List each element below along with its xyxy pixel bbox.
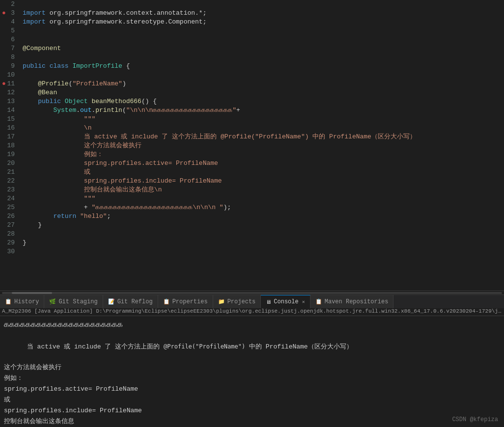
code-line: 18 这个方法就会被执行 — [0, 141, 504, 150]
code-line: 20 spring.profiles.active= ProfileName — [0, 159, 504, 168]
line-number-breakpoint: 3 — [0, 9, 19, 18]
tab-console-label: Console — [274, 298, 298, 305]
tab-console[interactable]: 🖥 Console ✕ — [261, 295, 310, 308]
code-line: 12 @Bean — [0, 88, 504, 97]
line-content: 或 — [19, 168, 504, 177]
line-content: public Object beanMethod666() { — [19, 97, 504, 106]
horizontal-scrollbar[interactable] — [0, 291, 504, 294]
line-content: """ — [19, 194, 504, 203]
code-line: 6 — [0, 35, 504, 44]
line-content: System.out.println("\n\n\nகககககககககககககக… — [19, 106, 504, 115]
projects-icon: 📁 — [218, 298, 225, 305]
line-number: 16 — [0, 124, 19, 133]
tab-properties[interactable]: 📋 Properties — [158, 295, 213, 308]
line-content: public class ImportProfile { — [19, 62, 504, 71]
console-line-5: 或 — [4, 395, 500, 405]
git-reflog-icon: 📝 — [108, 298, 115, 305]
code-line: 10 — [0, 71, 504, 80]
code-line: 7 @Component — [0, 44, 504, 53]
tab-history[interactable]: 📋 History — [0, 295, 44, 308]
console-profile-ref: @Profile("ProfileName") — [164, 343, 245, 350]
line-number: 6 — [0, 35, 19, 44]
maven-icon: 📋 — [315, 298, 322, 305]
console-line-2: 这个方法就会被执行 — [4, 363, 500, 373]
console-text-suffix: 中的 ProfileName（区分大小写） — [245, 343, 352, 350]
line-number: 26 — [0, 212, 19, 221]
path-bar: A_M2p2306 [Java Application] D:\Programm… — [0, 308, 504, 316]
code-line: 17 当 active 或 include 了 这个方法上面的 @Profile… — [0, 133, 504, 141]
code-line: 30 — [0, 247, 504, 256]
line-number: 14 — [0, 106, 19, 115]
line-number: 15 — [0, 115, 19, 124]
line-number: 25 — [0, 203, 19, 212]
tab-git-reflog[interactable]: 📝 Git Reflog — [103, 295, 158, 308]
line-number: 21 — [0, 168, 19, 177]
line-content: 例如： — [19, 150, 504, 159]
line-content: return "hello"; — [19, 212, 504, 221]
line-number: 19 — [0, 150, 19, 159]
line-number: 10 — [0, 71, 19, 80]
tab-bar: 📋 History 🌿 Git Staging 📝 Git Reflog 📋 P… — [0, 294, 504, 308]
line-number: 29 — [0, 239, 19, 247]
console-line-7: 控制台就会输出这条信息 — [4, 417, 500, 427]
line-number: 23 — [0, 186, 19, 194]
line-content: spring.profiles.active= ProfileName — [19, 159, 504, 168]
console-icon: 🖥 — [266, 299, 271, 305]
code-line: 2 — [0, 0, 504, 9]
code-line: 22 spring.profiles.include= ProfileName — [0, 177, 504, 186]
code-line: 4 import org.springframework.stereotype.… — [0, 18, 504, 27]
tab-git-reflog-label: Git Reflog — [117, 298, 153, 305]
line-number: 8 — [0, 53, 19, 62]
path-text: A_M2p2306 [Java Application] D:\Programm… — [2, 308, 504, 314]
console-special-chars-top: கககககககககககககககககககககக — [4, 319, 500, 331]
console-line-3: 例如： — [4, 374, 500, 383]
csdn-watermark: CSDN @kfepiza — [452, 416, 498, 423]
code-line: 11 @Profile("ProfileName") — [0, 80, 504, 88]
scrollbar-thumb[interactable] — [12, 292, 52, 294]
code-line: 16 \n — [0, 124, 504, 133]
line-content: import org.springframework.stereotype.Co… — [19, 18, 504, 27]
scrollbar-track[interactable] — [2, 292, 502, 294]
code-line: 28 — [0, 230, 504, 239]
console-text-prefix: 当 active 或 include 了 这个方法上面的 — [27, 343, 164, 350]
tab-properties-label: Properties — [172, 298, 208, 305]
line-content: } — [19, 221, 504, 230]
line-content: @Profile("ProfileName") — [19, 80, 504, 88]
line-content: 控制台就会输出这条信息\n — [19, 186, 504, 194]
console-line-6: spring.profiles.include= ProfileName — [4, 406, 500, 416]
line-content: 这个方法就会被执行 — [19, 141, 504, 150]
code-line: 3 import org.springframework.context.ann… — [0, 9, 504, 18]
line-number: 12 — [0, 88, 19, 97]
line-number: 13 — [0, 97, 19, 106]
tab-git-staging[interactable]: 🌿 Git Staging — [44, 295, 103, 308]
line-number: 30 — [0, 247, 19, 256]
line-content: } — [19, 239, 504, 247]
line-number: 28 — [0, 230, 19, 239]
line-number: 24 — [0, 194, 19, 203]
line-number: 22 — [0, 177, 19, 186]
code-line: 21 或 — [0, 168, 504, 177]
tab-history-label: History — [14, 298, 39, 305]
console-line-4: spring.profiles.active= ProfileName — [4, 384, 500, 394]
code-line: 5 — [0, 27, 504, 35]
code-line: 25 + "கககககககககககககககககககககக\n\n\n "); — [0, 203, 504, 212]
code-line: 29 } — [0, 239, 504, 247]
line-content: """ — [19, 115, 504, 124]
tab-maven-label: Maven Repositories — [325, 298, 389, 305]
line-content: import org.springframework.context.annot… — [19, 9, 504, 18]
console-line-1: 当 active 或 include 了 这个方法上面的 @Profile("P… — [4, 332, 500, 362]
properties-icon: 📋 — [163, 298, 170, 305]
line-number: 4 — [0, 18, 19, 27]
code-line: 15 """ — [0, 115, 504, 124]
tab-projects[interactable]: 📁 Projects — [213, 295, 261, 308]
git-staging-icon: 🌿 — [49, 298, 56, 305]
tab-maven-repositories[interactable]: 📋 Maven Repositories — [310, 295, 394, 308]
code-line: 27 } — [0, 221, 504, 230]
console-close-button[interactable]: ✕ — [302, 299, 305, 305]
console-area: கககககககககககககககககககககக 当 active 或 includ… — [0, 316, 504, 427]
code-line: 23 控制台就会输出这条信息\n — [0, 186, 504, 194]
code-line: 26 return "hello"; — [0, 212, 504, 221]
code-container[interactable]: 2 3 import org.springframework.context.a… — [0, 0, 504, 291]
bottom-section: 📋 History 🌿 Git Staging 📝 Git Reflog 📋 P… — [0, 294, 504, 427]
line-number: 20 — [0, 159, 19, 168]
